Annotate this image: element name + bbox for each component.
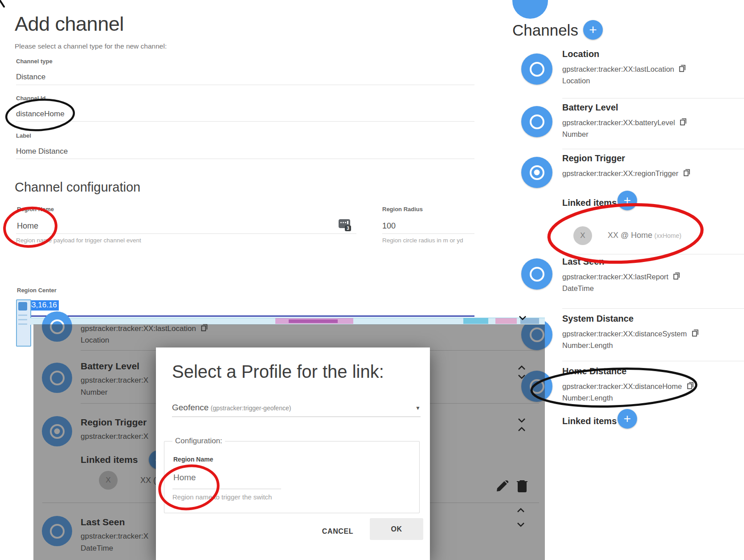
linked-item-row[interactable]: XX @ Home (xxHome): [608, 231, 681, 240]
channel-type-underline: [16, 85, 474, 85]
copy-icon[interactable]: [673, 272, 680, 282]
modal-region-name-helper: Region name to trigger the switch: [172, 493, 272, 501]
divider: [562, 308, 744, 309]
channel-avatar-last-seen[interactable]: [521, 258, 552, 290]
divider: [562, 149, 744, 149]
region-name-underline: [16, 233, 356, 234]
linked-items-heading: Linked items: [562, 416, 617, 426]
channel-uri: gpstracker:tracker:XX:lastReport: [562, 273, 668, 281]
profile-dialog: Select a Profile for the link: Geofence …: [156, 347, 430, 560]
plus-icon: +: [589, 22, 597, 37]
linked-item-suffix: (xxHome): [654, 232, 682, 239]
channel-avatar-region-trigger[interactable]: [521, 157, 552, 188]
page-subtitle: Please select a channel type for the new…: [15, 42, 167, 50]
region-radius-label: Region Radius: [382, 206, 423, 213]
add-linked-item-button[interactable]: +: [617, 191, 637, 210]
channel-title: Location: [562, 49, 599, 59]
channel-type: Number: [562, 130, 589, 139]
divider: [562, 361, 744, 361]
circle-icon: [530, 62, 544, 77]
highlight-fragment: [520, 318, 539, 324]
channel-uri: gpstracker:tracker:XX:distanceSystem: [562, 330, 687, 338]
highlight-fragment: [463, 318, 488, 324]
chevron-down-icon: ▼: [415, 405, 421, 411]
region-radius-input[interactable]: 100: [382, 221, 396, 231]
copy-icon[interactable]: [679, 65, 686, 74]
channel-avatar-location[interactable]: [521, 53, 552, 85]
channel-title: Battery Level: [562, 102, 618, 113]
channel-uri: gpstracker:tracker:XX:lastLocation: [562, 65, 674, 74]
linked-item-name: XX @ Home: [608, 231, 652, 240]
channel-avatar-battery[interactable]: [521, 106, 552, 137]
copy-icon[interactable]: [687, 382, 694, 391]
highlight-fragment: [495, 318, 517, 324]
channel-type: Location: [562, 77, 590, 85]
label-field-input[interactable]: Home Distance: [16, 147, 68, 156]
region-center-label: Region Center: [17, 287, 57, 294]
channel-title: Home Distance: [562, 366, 627, 376]
channel-type: Number:Length: [562, 341, 613, 350]
label-field-underline: [16, 159, 474, 159]
circle-icon: [530, 114, 544, 129]
region-radius-helper: Region circle radius in m or yd: [382, 237, 463, 244]
region-radius-underline: [382, 233, 474, 234]
channel-uri: gpstracker:tracker:XX:regionTrigger: [562, 169, 679, 178]
channel-uri-row: gpstracker:tracker:XX:batteryLevel: [562, 118, 687, 127]
channel-uri: gpstracker:tracker:XX:batteryLevel: [562, 119, 675, 127]
copy-icon[interactable]: [691, 329, 699, 339]
add-channel-button[interactable]: +: [583, 20, 603, 40]
annotation-corner-mark: [0, 0, 4, 7]
plus-icon: +: [624, 412, 631, 426]
ok-label: OK: [391, 525, 402, 533]
channel-type: DateTime: [562, 284, 594, 293]
channel-type: Number:Length: [562, 394, 613, 402]
configuration-fieldset: Configuration: Region Name Home Region n…: [164, 441, 420, 513]
highlight-fragment: [289, 319, 338, 323]
dialog-title: Select a Profile for the link:: [172, 362, 384, 382]
copy-icon[interactable]: [683, 169, 691, 178]
ok-button[interactable]: OK: [370, 518, 423, 540]
partial-circle-decoration: [512, 0, 548, 19]
region-name-helper: Region name payload for trigger channel …: [16, 237, 141, 244]
avatar-letter: X: [580, 231, 585, 240]
region-center-focus-underline: [16, 315, 474, 317]
channel-uri-row: gpstracker:tracker:XX:lastLocation: [562, 65, 686, 74]
config-heading: Channel configuration: [15, 180, 140, 195]
divider: [562, 254, 744, 254]
channel-title: Last Seen: [562, 257, 604, 267]
cancel-label: CANCEL: [322, 527, 353, 535]
channel-uri-row: gpstracker:tracker:XX:distanceSystem: [562, 329, 699, 339]
modal-region-name-input[interactable]: Home: [173, 473, 196, 482]
copy-icon[interactable]: [679, 118, 687, 127]
profile-select[interactable]: Geofence (gpstracker:trigger-geofence) ▼: [172, 403, 421, 417]
channel-uri-row: gpstracker:tracker:XX:distanceHome: [562, 382, 694, 391]
extension-badge: 3: [345, 225, 351, 231]
profile-select-value: Geofence: [172, 403, 208, 412]
form-filler-extension-icon[interactable]: 3: [339, 219, 352, 232]
channel-uri-row: gpstracker:tracker:XX:lastReport: [562, 272, 680, 282]
label-field-label: Label: [16, 132, 31, 139]
channel-type-label: Channel type: [16, 58, 53, 65]
channel-id-label: Channel Id: [16, 95, 45, 102]
channel-type-value[interactable]: Distance: [16, 73, 45, 82]
channel-id-input[interactable]: distanceHome: [16, 110, 65, 119]
divider: [562, 98, 744, 98]
page-title: Add channel: [15, 12, 124, 36]
radio-selected-icon: [530, 165, 544, 180]
channel-uri-row: gpstracker:tracker:XX:regionTrigger: [562, 169, 691, 178]
modal-region-name-underline: [172, 489, 281, 489]
profile-select-id: (gpstracker:trigger-geofence): [211, 405, 291, 412]
linked-items-heading: Linked items: [562, 198, 617, 208]
channel-id-underline: [16, 121, 474, 122]
cancel-button[interactable]: CANCEL: [312, 525, 364, 538]
channel-title: System Distance: [562, 314, 634, 324]
linked-item-avatar[interactable]: X: [573, 226, 592, 245]
add-linked-item-button[interactable]: +: [617, 409, 637, 429]
channel-title: Region Trigger: [562, 153, 625, 164]
channel-uri: gpstracker:tracker:XX:distanceHome: [562, 382, 682, 391]
fieldset-legend: Configuration:: [172, 437, 225, 446]
region-name-input[interactable]: Home: [17, 221, 38, 231]
region-name-label: Region Name: [17, 206, 54, 213]
plus-icon: +: [624, 193, 631, 208]
modal-region-name-label: Region Name: [173, 456, 213, 463]
